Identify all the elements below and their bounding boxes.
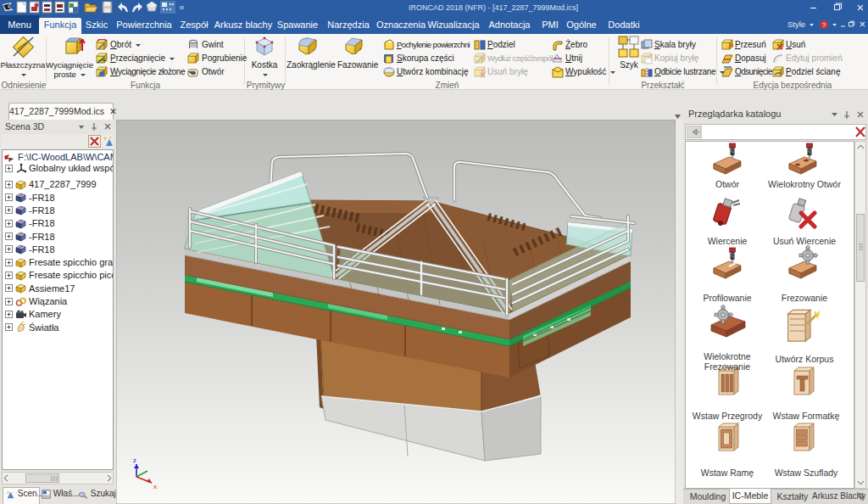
svg-text:z: z (133, 456, 136, 464)
svg-text:?: ? (822, 21, 826, 29)
svg-text:x: x (153, 483, 157, 490)
